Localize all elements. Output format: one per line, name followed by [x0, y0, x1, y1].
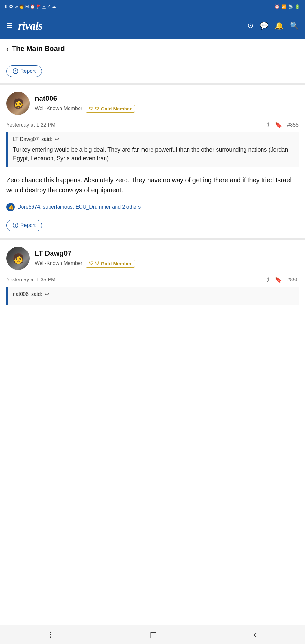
header-left: ☰ rivals — [6, 19, 42, 33]
post-1-quoted-user: LT Dawg07 — [13, 137, 39, 142]
post-1-likes-text[interactable]: Dore5674, superfamous, ECU_Drummer and 2… — [17, 204, 141, 210]
post-2-badge-label: Gold Member — [101, 261, 132, 266]
post-2-username[interactable]: LT Dawg07 — [35, 249, 135, 258]
post-1-role: Well-Known Member — [35, 106, 82, 111]
post-1-report-section: ! Report — [0, 214, 305, 238]
post-2-bookmark-icon[interactable]: 🔖 — [275, 276, 282, 283]
post-2-share-icon[interactable]: ⤴ — [267, 277, 270, 283]
post-2-avatar: 🧑 — [6, 247, 30, 270]
status-icons-left: ∞ 🧑 M ⏰ 🚩 △ ✓ ☁ — [15, 4, 56, 9]
post-1: 🧔 nat006 Well-Known Member 🛡 🛡 Gold Memb… — [0, 85, 305, 238]
post-1-user-info: 🧔 nat006 Well-Known Member 🛡 🛡 Gold Memb… — [0, 85, 305, 118]
report-button-post1[interactable]: ! Report — [6, 220, 42, 231]
post-2-undo-icon[interactable]: ↩ — [45, 291, 49, 297]
report-section-top: ! Report — [0, 59, 305, 85]
post-2-meta: Yesterday at 1:35 PM ⤴ 🔖 #856 — [0, 273, 305, 287]
post-2-timestamp: Yesterday at 1:35 PM — [6, 277, 55, 283]
post-1-share-icon[interactable]: ⤴ — [267, 122, 270, 128]
post-separator — [0, 238, 305, 240]
search-icon[interactable]: 🔍 — [290, 22, 299, 30]
report-button-top[interactable]: ! Report — [6, 65, 42, 77]
post-1-badge-label: Gold Member — [101, 106, 132, 111]
post-2-user-details: LT Dawg07 Well-Known Member 🛡 🛡 Gold Mem… — [35, 249, 135, 268]
status-bar: 9:33 ∞ 🧑 M ⏰ 🚩 △ ✓ ☁ ⏰ 📶 📡 🔋 — [0, 0, 305, 13]
post-2-avatar-image: 🧑 — [6, 247, 30, 270]
hamburger-menu[interactable]: ☰ — [6, 22, 13, 30]
breadcrumb[interactable]: ‹ The Main Board — [0, 39, 305, 59]
notifications-icon[interactable]: 🔔 — [275, 22, 283, 30]
post-1-user-details: nat006 Well-Known Member 🛡 🛡 Gold Member — [35, 94, 135, 113]
shield-icon-2b: 🛡 — [95, 261, 99, 266]
post-2-quote-said: said: — [31, 291, 42, 297]
post-2-meta-right: ⤴ 🔖 #856 — [267, 276, 299, 283]
header-icons: ⊙ 💬 🔔 🔍 — [247, 22, 299, 30]
report-button-post1-label: Report — [20, 223, 36, 228]
post-1-like-icon: 👍 — [6, 203, 15, 211]
app-header: ☰ rivals ⊙ 💬 🔔 🔍 — [0, 13, 305, 39]
shield-icon-1a: 🛡 — [89, 106, 94, 111]
post-1-number: #855 — [287, 122, 299, 128]
post-2-role: Well-Known Member — [35, 260, 82, 266]
post-1-user-meta: Well-Known Member 🛡 🛡 Gold Member — [35, 105, 135, 113]
report-info-icon-2: ! — [13, 223, 18, 228]
report-button-label: Report — [20, 68, 36, 74]
battery-icon: 🔋 — [295, 4, 300, 9]
post-2-quote: nat006 said: ↩ — [6, 287, 299, 305]
report-info-icon: ! — [13, 68, 18, 74]
post-2-number: #856 — [287, 277, 299, 283]
time-display: 9:33 — [5, 4, 13, 9]
post-1-bookmark-icon[interactable]: 🔖 — [275, 121, 282, 128]
post-2-quote-header: nat006 said: ↩ — [13, 291, 293, 297]
breadcrumb-label: The Main Board — [12, 44, 65, 53]
post-1-meta-right: ⤴ 🔖 #855 — [267, 121, 299, 128]
app-logo: rivals — [18, 19, 42, 33]
post-1-gold-badge: 🛡 🛡 Gold Member — [86, 105, 135, 113]
post-1-quote-said: said: — [41, 137, 52, 142]
post-1-avatar: 🧔 — [6, 92, 30, 115]
post-1-quote-header: LT Dawg07 said: ↩ — [13, 136, 293, 142]
wifi-icon: 📶 — [281, 4, 286, 9]
post-2-gold-badge: 🛡 🛡 Gold Member — [86, 260, 135, 268]
back-arrow-icon[interactable]: ‹ — [6, 45, 9, 52]
post-2-user-meta: Well-Known Member 🛡 🛡 Gold Member — [35, 260, 135, 268]
post-1-timestamp: Yesterday at 1:22 PM — [6, 122, 55, 128]
post-1-username[interactable]: nat006 — [35, 94, 135, 103]
post-2-quoted-user: nat006 — [13, 291, 29, 297]
signal-icon: 📡 — [288, 4, 293, 9]
shield-icon-1b: 🛡 — [95, 106, 99, 111]
post-1-undo-icon[interactable]: ↩ — [55, 136, 59, 142]
post-1-content: Zero chance this happens. Absolutely zer… — [0, 171, 305, 200]
post-2-user-info: 🧑 LT Dawg07 Well-Known Member 🛡 🛡 Gold M… — [0, 240, 305, 273]
messages-icon[interactable]: 💬 — [260, 22, 268, 30]
post-1-quote: LT Dawg07 said: ↩ Turkey entering would … — [6, 132, 299, 167]
post-1-likes: 👍 Dore5674, superfamous, ECU_Drummer and… — [0, 200, 305, 214]
status-left: 9:33 ∞ 🧑 M ⏰ 🚩 △ ✓ ☁ — [5, 4, 56, 9]
post-1-meta: Yesterday at 1:22 PM ⤴ 🔖 #855 — [0, 118, 305, 132]
post-2: 🧑 LT Dawg07 Well-Known Member 🛡 🛡 Gold M… — [0, 240, 305, 305]
status-right: ⏰ 📶 📡 🔋 — [274, 4, 300, 9]
post-1-quote-text: Turkey entering would be a big deal. The… — [13, 146, 293, 163]
profile-icon[interactable]: ⊙ — [247, 22, 253, 30]
alarm-icon: ⏰ — [274, 4, 280, 9]
shield-icon-2a: 🛡 — [89, 261, 94, 266]
post-1-avatar-image: 🧔 — [6, 92, 30, 115]
